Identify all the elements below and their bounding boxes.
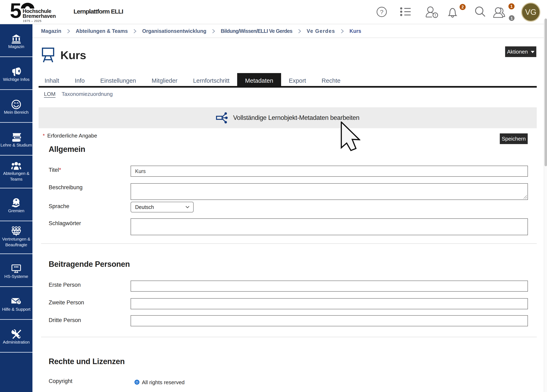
svg-text:!: !	[435, 13, 436, 17]
svg-text:***: ***	[14, 265, 19, 270]
svg-text:?: ?	[18, 300, 20, 304]
svg-text:?: ?	[380, 9, 383, 15]
svg-text:2: 2	[461, 5, 464, 9]
svg-text:1: 1	[511, 16, 513, 20]
svg-text:VG: VG	[525, 8, 537, 16]
svg-text:1: 1	[510, 4, 513, 9]
